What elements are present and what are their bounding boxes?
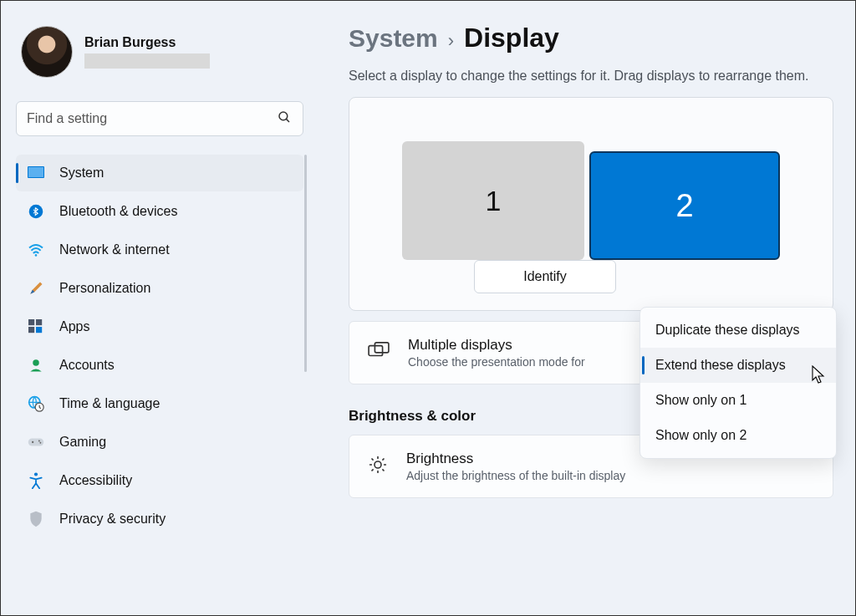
profile-block[interactable]: Brian Burgess (16, 21, 303, 93)
main-content: System › Display Select a display to cha… (318, 1, 855, 615)
bluetooth-icon (28, 203, 44, 220)
nav-label: Personalization (59, 281, 150, 296)
svg-point-20 (374, 461, 381, 468)
svg-rect-9 (36, 327, 42, 333)
svg-rect-6 (28, 319, 34, 325)
nav-label: Accounts (59, 358, 115, 373)
avatar (21, 26, 73, 78)
dd-show-2[interactable]: Show only on 2 (640, 418, 836, 453)
nav-label: Bluetooth & devices (59, 204, 177, 219)
wifi-icon (28, 242, 44, 258)
page-title: Display (464, 23, 559, 53)
chevron-right-icon: › (448, 30, 454, 52)
nav-item-time-language[interactable]: Time & language (16, 385, 303, 422)
svg-point-0 (279, 112, 288, 120)
system-icon (28, 165, 44, 181)
accessibility-icon (28, 472, 44, 489)
brush-icon (28, 280, 44, 297)
apps-icon (28, 318, 44, 335)
nav-label: Accessibility (59, 473, 132, 488)
nav-label: System (59, 165, 104, 181)
monitor-1[interactable]: 1 (402, 141, 584, 260)
svg-point-17 (34, 472, 38, 476)
svg-point-15 (38, 440, 40, 442)
nav-item-gaming[interactable]: Gaming (16, 424, 303, 461)
brightness-icon (368, 455, 388, 478)
nav-item-privacy[interactable]: Privacy & security (16, 501, 303, 537)
presentation-mode-dropdown[interactable]: Duplicate these displays Extend these di… (639, 307, 837, 459)
nav-item-bluetooth[interactable]: Bluetooth & devices (16, 193, 303, 230)
sidebar: Brian Burgess System Bluetoo (1, 1, 318, 615)
dd-extend[interactable]: Extend these displays (640, 348, 836, 383)
svg-rect-8 (28, 327, 34, 333)
multi-display-icon (368, 342, 390, 364)
svg-rect-18 (369, 346, 383, 356)
multiple-displays-title: Multiple displays (408, 337, 585, 354)
nav: System Bluetooth & devices Network & int… (16, 155, 303, 537)
display-arrangement-panel: 1 2 Identify (349, 97, 833, 311)
nav-item-personalization[interactable]: Personalization (16, 270, 303, 307)
svg-point-14 (32, 441, 33, 443)
svg-point-10 (33, 359, 39, 366)
search-input[interactable] (16, 101, 303, 136)
svg-point-5 (35, 254, 38, 257)
nav-item-accounts[interactable]: Accounts (16, 347, 303, 384)
svg-rect-13 (28, 438, 43, 445)
gamepad-icon (28, 434, 44, 451)
nav-label: Apps (59, 319, 89, 334)
multiple-displays-sub: Choose the presentation mode for (408, 355, 585, 369)
nav-label: Gaming (59, 435, 106, 450)
dd-show-1[interactable]: Show only on 1 (640, 383, 836, 418)
dd-duplicate[interactable]: Duplicate these displays (640, 313, 836, 348)
identify-button[interactable]: Identify (474, 260, 616, 293)
nav-item-network[interactable]: Network & internet (16, 232, 303, 268)
mouse-cursor-icon (812, 365, 827, 387)
shield-icon (28, 511, 44, 527)
profile-email-redacted (84, 53, 210, 69)
nav-item-apps[interactable]: Apps (16, 308, 303, 345)
monitor-2[interactable]: 2 (589, 151, 780, 260)
profile-name: Brian Burgess (84, 35, 210, 50)
person-icon (28, 357, 44, 374)
svg-rect-7 (36, 319, 42, 325)
scrollbar[interactable] (304, 155, 307, 372)
brightness-sub: Adjust the brightness of the built-in di… (406, 469, 625, 482)
search-wrap (16, 101, 303, 136)
breadcrumb-parent[interactable]: System (349, 24, 438, 53)
svg-rect-3 (28, 167, 43, 177)
nav-item-accessibility[interactable]: Accessibility (16, 462, 303, 499)
svg-line-1 (286, 119, 289, 122)
nav-label: Network & internet (59, 242, 170, 257)
breadcrumb: System › Display (349, 23, 833, 53)
brightness-title: Brightness (406, 451, 625, 467)
nav-item-system[interactable]: System (16, 155, 303, 191)
nav-label: Time & language (59, 396, 160, 411)
globe-clock-icon (28, 395, 44, 412)
search-icon (277, 109, 292, 128)
svg-rect-19 (374, 343, 389, 353)
svg-point-16 (39, 442, 41, 444)
nav-label: Privacy & security (59, 512, 166, 527)
display-hint-text: Select a display to change the settings … (349, 67, 817, 85)
